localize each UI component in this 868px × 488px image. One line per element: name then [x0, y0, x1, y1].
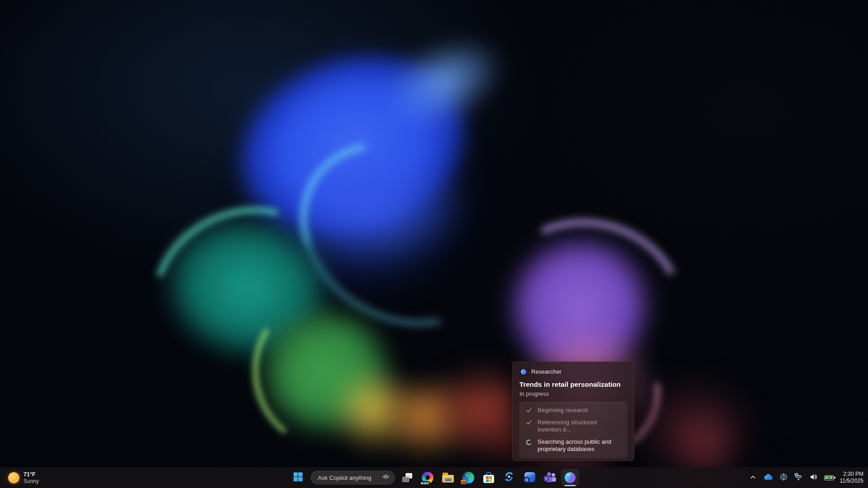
- clock[interactable]: 2:30 PM 11/5/2025: [838, 471, 866, 484]
- toast-app-name: Researcher: [531, 368, 561, 375]
- active-app-indicator: [565, 485, 576, 486]
- m365-copilot-icon: M365: [421, 471, 434, 484]
- researcher-app-icon: [519, 368, 527, 375]
- toast-steps-panel: Beginning research Referencing structure…: [519, 402, 627, 458]
- weather-temperature: 71°F: [24, 471, 39, 478]
- battery-charging-icon: [824, 475, 834, 480]
- check-icon: [525, 407, 532, 413]
- researcher-sphere-glyph: [521, 369, 526, 375]
- toast-header: Researcher: [519, 368, 627, 375]
- spinner-icon: [525, 439, 532, 445]
- voice-input-icon[interactable]: [382, 474, 390, 482]
- weather-text: 71°F Sunny: [24, 471, 39, 484]
- edge-browser-button[interactable]: [459, 469, 477, 487]
- wallpaper: [0, 0, 868, 488]
- npu-cube-icon: [779, 473, 788, 483]
- speaker-icon: [809, 473, 818, 483]
- chevron-up-icon: [749, 473, 757, 483]
- start-button[interactable]: [289, 469, 307, 487]
- toast-title: Trends in retail personalization: [519, 380, 627, 388]
- step-row: Referencing structured invention d...: [525, 419, 621, 433]
- volume-button[interactable]: [807, 469, 820, 486]
- onedrive-cloud-icon: [763, 474, 773, 482]
- step-row: Beginning research: [525, 407, 621, 414]
- researcher-progress-toast[interactable]: Researcher Trends in retail personalizat…: [512, 361, 634, 461]
- teams-t-glyph: T: [544, 476, 549, 481]
- step-label: Referencing structured invention d...: [538, 419, 621, 433]
- work-profile-briefcase-icon: [461, 480, 467, 484]
- copilot-search-input[interactable]: [318, 474, 379, 481]
- taskbar-center: M365: [289, 469, 579, 487]
- sync-icon: [504, 471, 514, 484]
- windows-logo-icon: [293, 472, 303, 483]
- task-view-icon: [402, 473, 413, 483]
- outlook-button[interactable]: O: [520, 469, 538, 487]
- sun-icon: [8, 472, 19, 483]
- outlook-o-glyph: O: [524, 477, 530, 483]
- researcher-taskbar-icon: [565, 472, 576, 483]
- hidden-icons-button[interactable]: [747, 469, 759, 486]
- network-button[interactable]: [792, 469, 805, 486]
- weather-condition: Sunny: [24, 478, 39, 484]
- outlook-icon: O: [524, 472, 535, 483]
- m365-copilot-button[interactable]: M365: [419, 469, 437, 487]
- file-explorer-button[interactable]: [439, 469, 457, 487]
- system-tray: 2:30 PM 11/5/2025: [747, 469, 866, 487]
- check-icon: [525, 419, 532, 426]
- teams-button[interactable]: T: [541, 469, 559, 487]
- onedrive-button[interactable]: [761, 469, 775, 486]
- desktop: Researcher Trends in retail personalizat…: [0, 0, 868, 488]
- step-label: Searching across public and proprietary …: [538, 438, 617, 453]
- edge-icon: [462, 472, 474, 483]
- task-view-button[interactable]: [398, 469, 416, 487]
- weather-widget[interactable]: 71°F Sunny: [4, 469, 43, 487]
- step-label: Beginning research: [538, 407, 588, 414]
- microsoft-store-icon: [483, 472, 494, 483]
- clock-time: 2:30 PM: [840, 471, 864, 478]
- step-row: Searching across public and proprietary …: [525, 438, 621, 453]
- npu-status-button[interactable]: [777, 469, 790, 486]
- file-explorer-icon: [442, 473, 454, 483]
- microsoft-store-button[interactable]: [480, 469, 498, 487]
- taskbar: 71°F Sunny: [0, 467, 868, 488]
- teams-icon: T: [544, 472, 556, 483]
- sync-app-button[interactable]: [500, 469, 518, 487]
- m365-badge: M365: [420, 481, 430, 485]
- researcher-app-button[interactable]: [561, 469, 579, 487]
- toast-status: In progress: [519, 390, 627, 397]
- clock-date: 11/5/2025: [840, 478, 864, 484]
- wifi-shield-icon: [794, 473, 803, 483]
- copilot-search-box[interactable]: [311, 471, 395, 484]
- battery-button[interactable]: [822, 469, 836, 486]
